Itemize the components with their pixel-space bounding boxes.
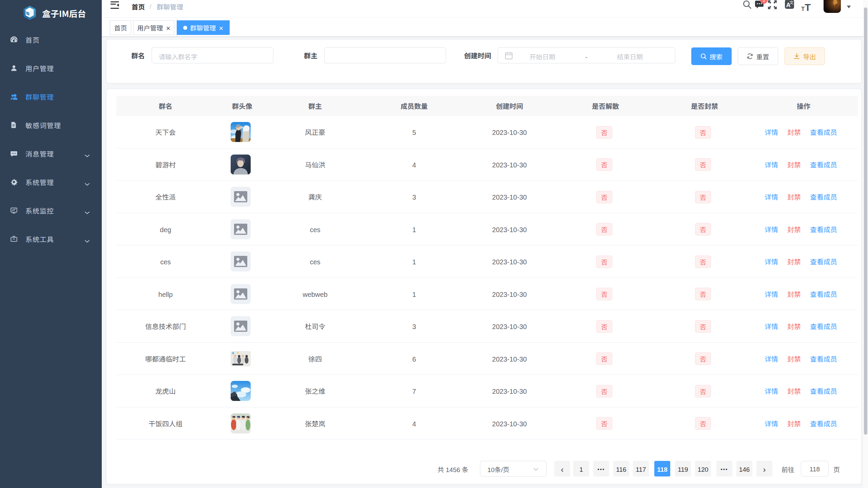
svg-text:文: 文: [789, 0, 793, 5]
